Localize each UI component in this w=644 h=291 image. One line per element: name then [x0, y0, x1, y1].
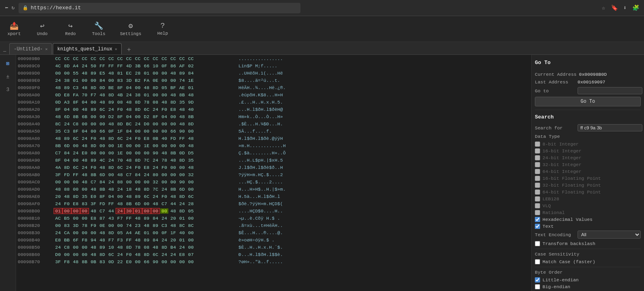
hex-byte[interactable]: 24	[151, 107, 159, 112]
hex-byte[interactable]: 48	[143, 223, 151, 228]
hex-byte[interactable]: 4A	[54, 165, 62, 170]
hex-byte[interactable]: 48	[187, 92, 195, 98]
table-row[interactable]: 00098B5024C80000488910488D7808488DB42400…	[16, 243, 531, 251]
hex-byte[interactable]: 01	[134, 208, 142, 214]
hex-byte[interactable]: 8D	[169, 100, 177, 105]
hex-byte[interactable]: 87	[98, 216, 106, 221]
hex-byte[interactable]: C7	[89, 179, 97, 185]
hex-byte[interactable]: 48	[116, 245, 124, 250]
hex-byte[interactable]: 8F	[116, 114, 124, 119]
hex-byte[interactable]: FF	[116, 63, 124, 69]
hex-byte[interactable]: 8B	[169, 187, 177, 192]
hex-byte[interactable]: 6C	[143, 107, 151, 112]
hex-byte[interactable]: 8D	[98, 252, 106, 257]
hex-byte[interactable]: 8D	[107, 165, 115, 170]
hex-byte[interactable]: 00	[89, 150, 97, 156]
hex-byte[interactable]: 0B	[89, 259, 97, 264]
search-for-input[interactable]	[578, 124, 642, 131]
hex-byte[interactable]: 23	[134, 223, 142, 228]
table-row[interactable]: 00098B2000833D78F90E000074234889C3488C8C…	[16, 222, 531, 229]
hex-byte[interactable]: CC	[143, 56, 151, 61]
hex-byte[interactable]: 4B	[116, 92, 124, 98]
hex-byte[interactable]: 00	[143, 201, 151, 206]
hex-byte[interactable]: 48	[116, 201, 124, 206]
hex-byte[interactable]: 83	[116, 78, 124, 83]
hex-byte[interactable]: 9D	[187, 100, 195, 105]
cb_rational-checkbox[interactable]	[535, 210, 540, 215]
hex-byte[interactable]: C8	[63, 245, 71, 250]
hex-byte[interactable]: 00	[134, 129, 142, 134]
hex-byte[interactable]: 8F	[116, 85, 124, 90]
hex-byte[interactable]: 08	[116, 100, 124, 105]
hex-byte[interactable]: 24	[54, 230, 62, 235]
hex-byte[interactable]: 89	[63, 85, 71, 90]
table-row[interactable]: 00098AB03FFDFF488B6D0048C784248000000032…	[16, 171, 531, 178]
hex-byte[interactable]: 8F	[98, 194, 106, 199]
hex-byte[interactable]: 28	[187, 201, 195, 206]
hex-byte[interactable]: 07	[187, 252, 195, 257]
hex-byte[interactable]: CC	[178, 56, 186, 61]
hex-byte[interactable]: 24	[125, 136, 133, 141]
table-row[interactable]: 00098AC000000048C78424880000003200009000…	[16, 178, 531, 185]
hex-byte[interactable]: 24	[160, 216, 168, 221]
hex-byte[interactable]: 00	[125, 179, 133, 185]
hex-byte[interactable]: 00	[81, 208, 89, 214]
hex-byte[interactable]: 38	[63, 78, 71, 83]
hex-byte[interactable]: 48	[169, 223, 177, 228]
hex-byte[interactable]: 6C	[187, 194, 195, 199]
hex-byte[interactable]: 08	[143, 245, 151, 250]
hex-byte[interactable]: 48	[134, 216, 142, 221]
hex-byte[interactable]: FF	[178, 136, 186, 141]
hex-byte[interactable]: D2	[143, 114, 151, 119]
hex-byte[interactable]: 00	[169, 143, 177, 148]
hex-byte[interactable]: 1E	[143, 143, 151, 148]
hex-byte[interactable]: 83	[81, 201, 89, 206]
hex-byte[interactable]: B5	[63, 216, 71, 221]
hex-byte[interactable]: F0	[89, 136, 97, 141]
hex-byte[interactable]: CC	[89, 56, 97, 61]
hex-byte[interactable]: 48	[178, 107, 186, 112]
hex-byte[interactable]: 48	[134, 237, 142, 243]
hex-byte[interactable]: 00	[98, 121, 106, 127]
hex-byte[interactable]: C8	[72, 121, 80, 127]
hex-byte[interactable]: 35	[187, 158, 195, 163]
hex-byte[interactable]: 00	[89, 78, 97, 83]
hex-byte[interactable]: 8B	[81, 259, 89, 264]
hex-byte[interactable]: BE	[107, 85, 115, 90]
hex-byte[interactable]: 0D	[107, 259, 115, 264]
hex-byte[interactable]: 04	[160, 114, 168, 119]
hex-byte[interactable]: 89	[143, 216, 151, 221]
hex-byte[interactable]: 8D	[187, 121, 195, 127]
hex-byte[interactable]: E8	[169, 107, 177, 112]
export-button[interactable]: 📤 xport	[4, 20, 24, 38]
hex-byte[interactable]: 00	[134, 114, 142, 119]
hex-byte[interactable]: 8F	[72, 100, 80, 105]
pocket-icon[interactable]: 🔖	[611, 4, 618, 11]
hex-byte[interactable]: 66	[98, 129, 106, 134]
hex-byte[interactable]: 48	[98, 136, 106, 141]
hex-byte[interactable]: 00	[107, 172, 115, 177]
hex-byte[interactable]: 00	[107, 150, 115, 156]
hex-byte[interactable]: 83	[98, 259, 106, 264]
hex-byte[interactable]: F7	[107, 237, 115, 243]
hex-byte[interactable]: 8D	[89, 143, 97, 148]
download-icon[interactable]: ⬇	[623, 4, 627, 11]
hex-byte[interactable]: 48	[89, 252, 97, 257]
hex-byte[interactable]: D2	[107, 114, 115, 119]
go-to-button[interactable]: Go To	[535, 97, 641, 106]
table-row[interactable]: 00098A6048896C24F0488D6C24F0E80B40FDFF48…	[16, 135, 531, 142]
hex-byte[interactable]: 10	[107, 245, 115, 250]
hex-byte[interactable]: 00	[160, 143, 168, 148]
hex-byte[interactable]: 94	[89, 237, 97, 243]
hex-byte[interactable]: 8D	[125, 245, 133, 250]
cb_32bit-checkbox[interactable]	[535, 162, 540, 167]
hex-byte[interactable]: 08	[151, 100, 159, 105]
hex-byte[interactable]: 20	[169, 237, 177, 243]
hex-byte[interactable]: 00	[72, 187, 80, 192]
hex-byte[interactable]: 84	[134, 172, 142, 177]
hex-byte[interactable]: 48	[81, 172, 89, 177]
table-row[interactable]: 00098AA04A8D6C24F0488D6C24F0E824F0000048…	[16, 164, 531, 171]
hex-byte[interactable]: 88	[63, 187, 71, 192]
hex-byte[interactable]: 48	[169, 92, 177, 98]
hex-byte[interactable]: 40	[160, 136, 168, 141]
